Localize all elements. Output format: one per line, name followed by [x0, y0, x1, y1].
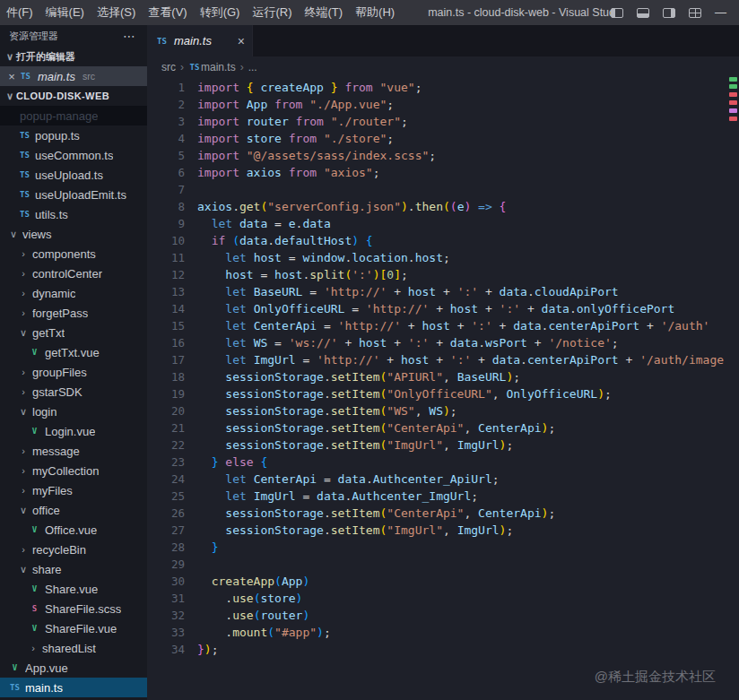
toggle-secondary-sidebar-icon[interactable] — [663, 8, 675, 18]
breadcrumb-item[interactable]: src — [161, 61, 176, 73]
tree-item-ShareFile.scss[interactable]: SShareFile.scss — [0, 599, 147, 618]
line-content[interactable] — [185, 556, 197, 573]
line-content[interactable]: sessionStorage.setItem("ImgUrl", ImgUrl)… — [185, 436, 513, 454]
menu-item[interactable]: 编辑(E) — [39, 0, 91, 25]
tree-item-getTxt.vue[interactable]: VgetTxt.vue — [0, 342, 147, 362]
line-content[interactable]: let ImgUrl = 'http://' + host + ':' + da… — [185, 351, 724, 368]
breadcrumb-item[interactable]: main.ts — [201, 61, 236, 73]
line-content[interactable]: let WS = 'ws://' + host + ':' + data.wsP… — [185, 334, 619, 351]
line-content[interactable]: import App from "./App.vue"; — [185, 96, 394, 113]
tree-folder-share[interactable]: ∨share — [0, 559, 147, 579]
more-actions-icon[interactable]: ⋯ — [123, 29, 136, 43]
code-line: 4import store from "./store"; — [147, 130, 739, 147]
code-token: + — [478, 285, 499, 298]
tree-item-ShareFile.vue[interactable]: VShareFile.vue — [0, 618, 147, 638]
code-token — [247, 319, 254, 333]
menu-item[interactable]: 选择(S) — [91, 0, 142, 25]
line-content[interactable]: let data = e.data — [185, 215, 331, 232]
close-icon[interactable]: × — [238, 34, 245, 48]
line-content[interactable]: } else { — [185, 454, 267, 471]
line-content[interactable]: .use(store) — [185, 590, 302, 607]
tree-item-Office.vue[interactable]: VOffice.vue — [0, 520, 147, 540]
line-content[interactable]: let CenterApi = 'http://' + host + ':' +… — [185, 317, 709, 334]
line-content[interactable]: import "@/assets/sass/index.scss"; — [185, 147, 436, 164]
tree-item-useCommon.ts[interactable]: TSuseCommon.ts — [0, 145, 147, 165]
open-editor-item-main-ts[interactable]: × TS main.ts src — [0, 66, 147, 86]
code-lines[interactable]: 1import { createApp } from "vue";2import… — [147, 78, 739, 700]
line-content[interactable]: }); — [185, 641, 218, 658]
project-root-header[interactable]: ∨ CLOUD-DISK-WEB — [0, 86, 147, 106]
menu-item[interactable]: 帮助(H) — [349, 0, 401, 25]
open-editors-section-header[interactable]: ∨ 打开的编辑器 — [0, 47, 147, 66]
line-content[interactable]: if (data.defaultHost) { — [185, 232, 373, 249]
tree-folder-login[interactable]: ∨login — [0, 402, 147, 421]
menu-item[interactable]: 终端(T) — [298, 0, 349, 25]
tree-item-main.ts[interactable]: TSmain.ts — [0, 678, 147, 697]
tree-folder-controlCenter[interactable]: ›controlCenter — [0, 264, 147, 283]
line-content[interactable]: sessionStorage.setItem("CenterApi", Cent… — [185, 419, 555, 436]
menu-item[interactable]: 件(F) — [0, 0, 39, 25]
line-content[interactable]: let BaseURL = 'http://' + host + ':' + d… — [185, 283, 619, 300]
line-content[interactable]: let OnlyOfficeURL = 'http://' + host + '… — [185, 300, 674, 317]
tree-folder-forgetPass[interactable]: ›forgetPass — [0, 303, 147, 323]
menu-item[interactable]: 转到(G) — [194, 0, 247, 25]
line-content[interactable]: sessionStorage.setItem("CenterApi", Cent… — [185, 505, 555, 522]
line-content[interactable]: import { createApp } from "vue"; — [185, 79, 422, 96]
tree-folder-getTxt[interactable]: ∨getTxt — [0, 323, 147, 342]
tree-item-popup-manage[interactable]: popup-manage — [0, 106, 147, 125]
line-content[interactable]: sessionStorage.setItem("OnlyOfficeURL", … — [185, 385, 612, 402]
tree-folder-message[interactable]: ›message — [0, 441, 147, 461]
tree-item-useUpload.ts[interactable]: TSuseUpload.ts — [0, 165, 147, 185]
line-content[interactable]: host = host.split(':')[0]; — [185, 266, 408, 283]
tree-folder-dynamic[interactable]: ›dynamic — [0, 283, 147, 303]
line-content[interactable] — [185, 181, 197, 198]
tree-folder-recycleBin[interactable]: ›recycleBin — [0, 540, 147, 559]
tree-folder-sharedList[interactable]: ›sharedList — [0, 638, 147, 658]
tree-folder-components[interactable]: ›components — [0, 244, 147, 264]
tree-folder-gstarSDK[interactable]: ›gstarSDK — [0, 382, 147, 402]
line-content[interactable]: import store from "./store"; — [185, 130, 394, 147]
code-token — [197, 370, 225, 384]
tree-folder-office[interactable]: ∨office — [0, 500, 147, 520]
line-content[interactable]: .use(router) — [185, 607, 309, 624]
line-content[interactable]: let ImgUrl = data.Authcenter_ImgUrl; — [185, 488, 478, 505]
tree-folder-myFiles[interactable]: ›myFiles — [0, 480, 147, 500]
line-content[interactable]: } — [185, 539, 218, 556]
toggle-primary-sidebar-icon[interactable] — [611, 8, 623, 18]
tree-folder-myCollection[interactable]: ›myCollection — [0, 461, 147, 480]
line-content[interactable]: .mount("#app"); — [185, 624, 331, 641]
code-token: + — [450, 319, 471, 333]
tab-bar: TS main.ts × — [147, 25, 739, 56]
line-content[interactable]: sessionStorage.setItem("WS", WS); — [185, 402, 457, 419]
tree-item-useUploadEmit.ts[interactable]: TSuseUploadEmit.ts — [0, 185, 147, 204]
tree-folder-views[interactable]: ∨views — [0, 224, 147, 244]
tree-folder-groupFiles[interactable]: ›groupFiles — [0, 362, 147, 382]
tree-item-Share.vue[interactable]: VShare.vue — [0, 579, 147, 599]
tab-main-ts[interactable]: TS main.ts × — [147, 25, 253, 56]
customize-layout-icon[interactable] — [689, 8, 701, 18]
tree-item-label: gstarSDK — [32, 385, 83, 399]
close-icon[interactable]: × — [5, 70, 18, 83]
minimize-icon[interactable]: — — [715, 7, 726, 18]
line-content[interactable]: createApp(App) — [185, 573, 309, 590]
menu-item[interactable]: 运行(R) — [246, 0, 298, 25]
code-token — [247, 489, 254, 503]
line-content[interactable]: import router from "./router"; — [185, 113, 408, 130]
tree-item-Login.vue[interactable]: VLogin.vue — [0, 421, 147, 441]
tree-item-popup.ts[interactable]: TSpopup.ts — [0, 125, 147, 145]
line-content[interactable]: let CenterApi = data.Authcenter_ApiUrl; — [185, 471, 500, 488]
breadcrumb-item[interactable]: ... — [248, 61, 257, 73]
line-content[interactable]: import axios from "axios"; — [185, 164, 380, 181]
toggle-panel-icon[interactable] — [637, 8, 649, 18]
line-content[interactable]: axios.get("serverConfig.json").then((e) … — [185, 198, 506, 215]
code-token: ) — [317, 626, 324, 639]
line-content[interactable]: let host = window.location.host; — [185, 249, 450, 266]
line-content[interactable]: sessionStorage.setItem("ImgUrl", ImgUrl)… — [185, 522, 513, 539]
tree-item-App.vue[interactable]: VApp.vue — [0, 658, 147, 678]
line-content[interactable]: sessionStorage.setItem("APIURl", BaseURL… — [185, 368, 520, 385]
menu-item[interactable]: 查看(V) — [142, 0, 193, 25]
open-editor-path: src — [83, 71, 95, 82]
overview-ruler[interactable] — [727, 25, 739, 700]
tree-item-utils.ts[interactable]: TSutils.ts — [0, 204, 147, 224]
explorer-title: 资源管理器 — [9, 30, 58, 43]
